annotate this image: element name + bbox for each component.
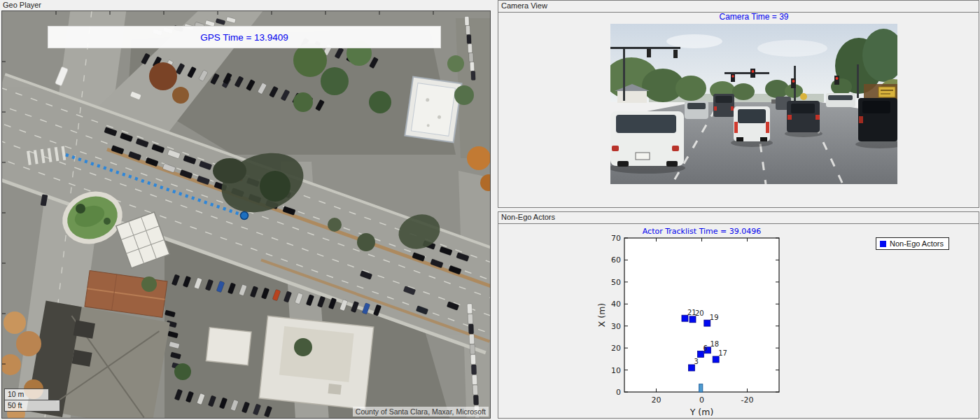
panel-camera-view: Camera View Camera Time = 39 <box>498 0 979 208</box>
actor-tracklist-chart: 200-20010203040506070Actor Tracklist Tim… <box>498 223 979 418</box>
svg-text:Actor Tracklist Time = 39.0496: Actor Tracklist Time = 39.0496 <box>643 227 762 236</box>
camera-time-caption: Camera Time = 39 <box>610 12 897 22</box>
svg-text:70: 70 <box>611 234 621 243</box>
cloud <box>666 34 722 48</box>
svg-text:20: 20 <box>652 396 662 405</box>
car-black-suv-right <box>855 98 897 148</box>
ego-vehicle-marker <box>699 384 703 392</box>
gps-time-text: GPS Time = 13.9409 <box>200 32 288 43</box>
yellow-sign <box>800 93 807 100</box>
svg-text:X (m): X (m) <box>596 303 607 327</box>
legend-label: Non-Ego Actors <box>890 239 944 248</box>
app-window: Geo Player <box>0 0 980 420</box>
geo-player-panel-title: Geo Player <box>3 1 41 9</box>
car-white-minivan <box>826 93 855 107</box>
svg-text:30: 30 <box>611 322 621 331</box>
ego-position-marker <box>241 212 248 220</box>
svg-text:60: 60 <box>611 255 621 265</box>
svg-text:20: 20 <box>611 344 621 353</box>
car-dark-suv <box>713 94 734 117</box>
aerial-map-viewport[interactable] <box>2 11 490 418</box>
actor-id-label: 18 <box>710 340 719 348</box>
camera-view-panel-title: Camera View <box>498 1 979 13</box>
legend-swatch <box>880 241 886 247</box>
chart-legend: Non-Ego Actors <box>876 237 949 250</box>
svg-text:-20: -20 <box>741 396 754 405</box>
camera-frame <box>610 24 897 184</box>
panel-non-ego-actors: Non-Ego Actors 200-20010203040506070Acto… <box>498 211 979 419</box>
car-silver-sedan <box>685 101 708 119</box>
geo-player-map-frame: GPS Time = 13.9409 10 m 50 ft County of … <box>1 10 491 419</box>
car-white-hatchback-center <box>731 106 773 147</box>
cloud <box>757 40 827 57</box>
actor-id-label: 19 <box>710 314 719 321</box>
actor-id-label: 20 <box>695 309 704 317</box>
svg-text:0: 0 <box>699 396 704 405</box>
svg-text:10: 10 <box>611 366 621 375</box>
svg-text:50: 50 <box>611 278 621 287</box>
car-dark-sedan <box>785 101 822 137</box>
svg-text:0: 0 <box>616 388 621 397</box>
map-attribution: County of Santa Clara, Maxar, Microsoft <box>353 407 489 416</box>
scale-bar-imperial: 50 ft <box>4 400 60 412</box>
white-building-top-right <box>405 77 461 143</box>
car-white-sedan-left <box>610 111 684 167</box>
svg-text:Y (m): Y (m) <box>690 407 714 417</box>
actor-id-label: 3 <box>694 358 698 365</box>
scale-bar-metric: 10 m <box>4 388 49 400</box>
actor-id-label: 6 <box>703 344 707 352</box>
gps-time-banner: GPS Time = 13.9409 <box>48 26 441 48</box>
actor-id-label: 17 <box>718 349 727 357</box>
svg-text:40: 40 <box>611 300 621 309</box>
